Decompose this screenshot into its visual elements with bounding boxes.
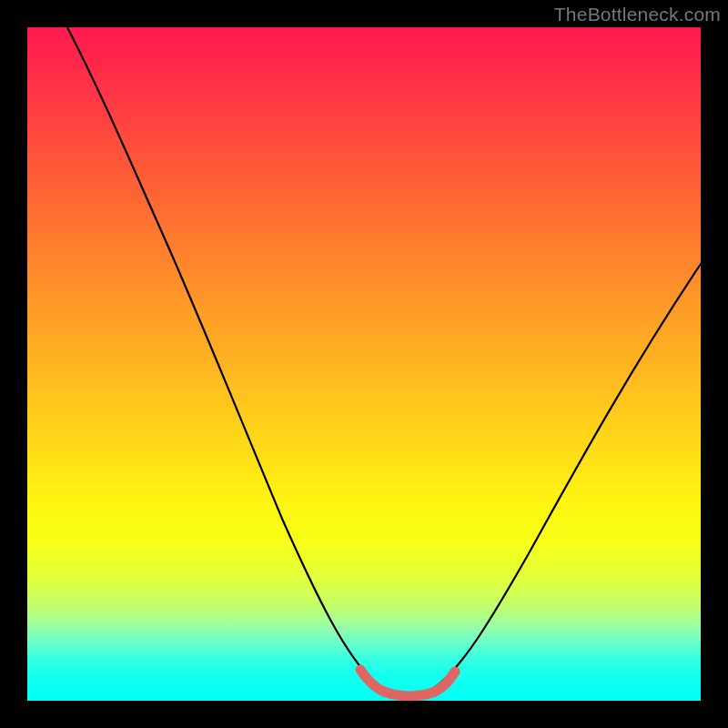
plot-area (27, 27, 701, 701)
sweet-spot-band (360, 670, 455, 696)
chart-frame: TheBottleneck.com (0, 0, 728, 728)
watermark-text: TheBottleneck.com (554, 4, 721, 25)
curve-layer (27, 27, 701, 701)
bottleneck-curve (67, 27, 701, 695)
